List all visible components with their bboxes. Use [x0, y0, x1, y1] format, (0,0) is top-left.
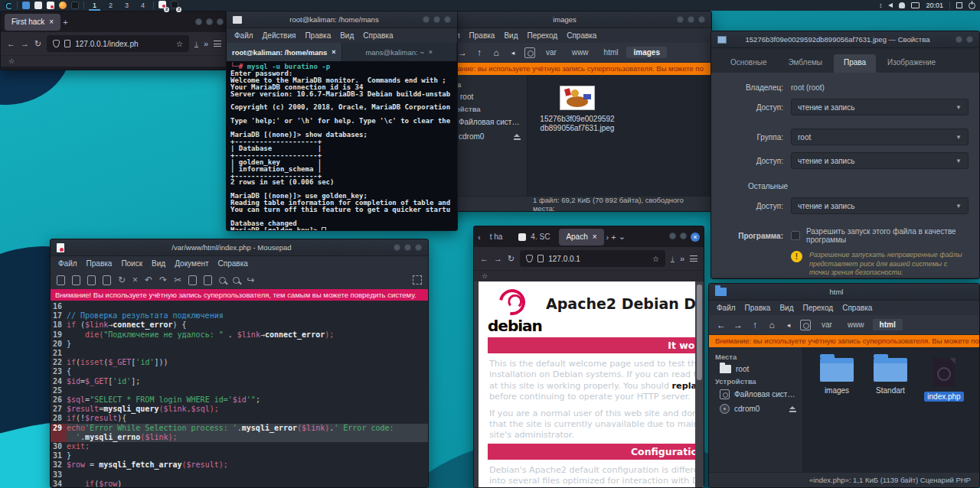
- close-button[interactable]: [698, 16, 705, 23]
- menu-item[interactable]: Вид: [340, 31, 354, 40]
- list-tabs-icon[interactable]: ⌄: [619, 232, 626, 242]
- new-tab-button[interactable]: +: [611, 233, 616, 242]
- menu-item[interactable]: Документ: [175, 259, 208, 268]
- menu-item[interactable]: Файл: [58, 259, 77, 268]
- bookmark-icon[interactable]: ☆: [482, 272, 488, 280]
- breadcrumb-item[interactable]: images: [626, 47, 666, 58]
- redo-icon[interactable]: ↷: [159, 275, 167, 285]
- breadcrumb-item[interactable]: www: [841, 319, 871, 330]
- menu-item[interactable]: Файл: [234, 31, 253, 40]
- maximize-button[interactable]: [433, 16, 440, 23]
- copy-icon[interactable]: [188, 275, 197, 285]
- back-icon[interactable]: ←: [480, 254, 488, 263]
- scroll-tabs-left-icon[interactable]: ‹: [478, 233, 481, 242]
- breadcrumb-item[interactable]: var: [815, 319, 839, 330]
- menu-item[interactable]: Справка: [363, 31, 393, 40]
- file-item-jpeg[interactable]: 15276b3f09e0029592db899056af7631.jpeg: [535, 86, 619, 133]
- scrollbar[interactable]: [695, 281, 704, 487]
- menu-item[interactable]: Переход: [527, 31, 557, 40]
- menu-item[interactable]: Справка: [218, 259, 248, 268]
- find-replace-icon[interactable]: [233, 277, 240, 284]
- tab-first-hack-partial[interactable]: t ha: [483, 229, 510, 246]
- up-icon[interactable]: ↑: [472, 45, 487, 60]
- home-icon[interactable]: ⌂: [488, 45, 504, 60]
- maximize-button[interactable]: [680, 233, 687, 239]
- bookmark-star-icon[interactable]: ☆: [176, 40, 183, 48]
- folder-item-standart[interactable]: Standart: [867, 358, 913, 402]
- forward-icon[interactable]: →: [494, 254, 502, 263]
- breadcrumb-item[interactable]: www: [565, 47, 596, 58]
- shield-icon[interactable]: [53, 40, 60, 47]
- new-document-icon[interactable]: [57, 275, 65, 285]
- owner-access-dropdown[interactable]: чтение и запись▼: [791, 99, 969, 115]
- minimize-button[interactable]: [423, 16, 430, 23]
- clock[interactable]: 20:01: [926, 2, 943, 9]
- group-access-dropdown[interactable]: чтение и запись▼: [791, 152, 969, 169]
- cut-icon[interactable]: ✂: [174, 275, 181, 285]
- allow-execute-checkbox[interactable]: [791, 231, 800, 240]
- downloads-icon[interactable]: ↓: [194, 40, 198, 47]
- paste-icon[interactable]: [204, 275, 212, 285]
- new-tab-button[interactable]: +: [63, 18, 67, 27]
- minimize-button[interactable]: [677, 16, 684, 23]
- overflow-icon[interactable]: »: [204, 39, 208, 48]
- maximize-button[interactable]: [206, 18, 213, 25]
- menu-item[interactable]: Правка: [87, 259, 113, 268]
- page-info-icon[interactable]: [537, 255, 544, 262]
- tab-permissions[interactable]: Права: [834, 54, 876, 73]
- maximize-button[interactable]: [688, 16, 694, 23]
- titlebar[interactable]: images: [433, 11, 711, 28]
- minimize-button[interactable]: [956, 36, 962, 43]
- breadcrumb-item[interactable]: html: [873, 319, 903, 330]
- downloads-icon[interactable]: ↓: [671, 255, 675, 262]
- undo-icon[interactable]: ↶: [145, 275, 152, 285]
- go-to-icon[interactable]: ↪: [247, 275, 254, 285]
- power-icon[interactable]: [969, 2, 975, 9]
- folder-item-images[interactable]: images: [814, 358, 860, 402]
- terminal-tab-mans[interactable]: mans@kaliman: ~×: [342, 43, 458, 61]
- eject-icon[interactable]: [789, 406, 796, 412]
- volume-icon[interactable]: [888, 3, 893, 8]
- overflow-icon[interactable]: »: [680, 254, 684, 263]
- terminal-icon[interactable]: [71, 2, 79, 9]
- close-tab-icon[interactable]: ×: [593, 233, 597, 241]
- terminal-output[interactable]: └─# mysql -u buratino -pEnter password: …: [227, 61, 457, 230]
- home-icon[interactable]: ⌂: [764, 317, 779, 333]
- minimize-button[interactable]: [669, 233, 676, 239]
- task-terminal-button[interactable]: 2: [171, 1, 178, 10]
- titlebar[interactable]: /var/www/html/index.php - Mousepad: [51, 239, 428, 256]
- reload-icon[interactable]: ↻: [118, 275, 126, 285]
- workspace-1[interactable]: 1: [89, 0, 100, 11]
- text-editor-icon[interactable]: [47, 2, 54, 9]
- menu-item[interactable]: Вид: [779, 304, 793, 312]
- close-tab-icon[interactable]: ×: [332, 48, 335, 56]
- breadcrumb-item[interactable]: var: [539, 47, 564, 58]
- back-icon[interactable]: ←: [7, 39, 15, 48]
- workspace-4[interactable]: 4: [137, 0, 149, 11]
- tab-sql[interactable]: 4. SC: [511, 229, 557, 246]
- breadcrumb-item[interactable]: html: [597, 47, 626, 58]
- firefox-icon[interactable]: [59, 2, 67, 9]
- reload-icon[interactable]: ↻: [34, 39, 41, 49]
- chevron-left-icon[interactable]: ◂: [781, 317, 796, 333]
- titlebar[interactable]: root@kaliman: /home/mans: [227, 11, 457, 28]
- menu-icon[interactable]: [690, 255, 697, 262]
- notifications-icon[interactable]: [899, 2, 905, 8]
- chevron-left-icon[interactable]: ◂: [505, 45, 521, 60]
- tab-emblems[interactable]: Эмблемы: [778, 54, 832, 73]
- network-icon[interactable]: ↕: [879, 2, 883, 9]
- workspace-3[interactable]: 3: [121, 0, 132, 11]
- url-bar[interactable]: 127.0.0.1 ☆: [520, 250, 665, 267]
- back-icon[interactable]: ←: [714, 317, 729, 333]
- group-dropdown[interactable]: root▼: [791, 129, 969, 145]
- menu-item[interactable]: Файл: [717, 304, 736, 312]
- close-tab-icon[interactable]: ×: [429, 48, 433, 56]
- kali-logo-icon[interactable]: [5, 2, 12, 9]
- close-button[interactable]: ×: [691, 233, 700, 242]
- minimize-button[interactable]: [394, 244, 400, 251]
- terminal-tab-root[interactable]: root@kaliman: /home/mans×: [227, 43, 342, 61]
- menu-item[interactable]: Поиск: [121, 259, 142, 268]
- menu-item[interactable]: Справка: [842, 304, 872, 312]
- file-view[interactable]: images Standart index.php: [802, 347, 979, 472]
- bookmark-star-icon[interactable]: ☆: [652, 255, 659, 263]
